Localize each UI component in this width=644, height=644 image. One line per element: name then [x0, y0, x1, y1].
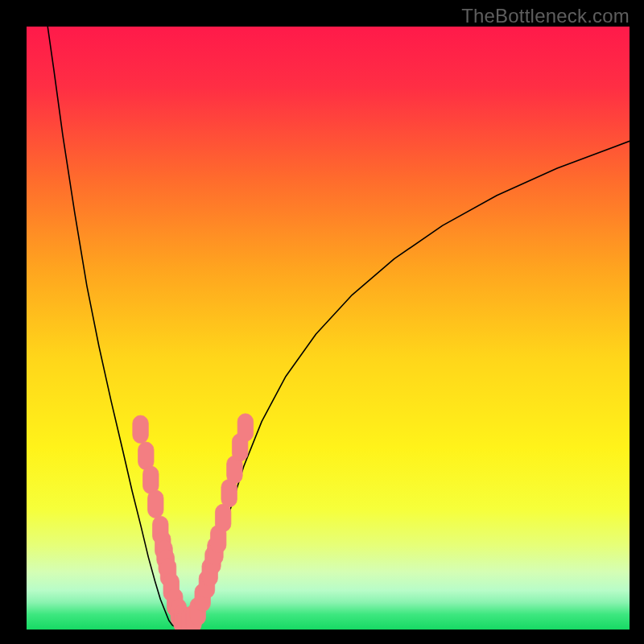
plot-area	[27, 27, 630, 630]
curve-marker	[215, 504, 230, 531]
gradient-background	[27, 27, 630, 630]
watermark-text: TheBottleneck.com	[461, 5, 630, 27]
curve-marker	[143, 466, 159, 493]
outer-black-frame: TheBottleneck.com	[0, 0, 644, 644]
chart-svg	[27, 27, 630, 630]
curve-marker	[133, 415, 148, 443]
curve-marker	[148, 490, 163, 518]
curve-marker	[237, 414, 253, 441]
curve-marker	[138, 442, 154, 469]
